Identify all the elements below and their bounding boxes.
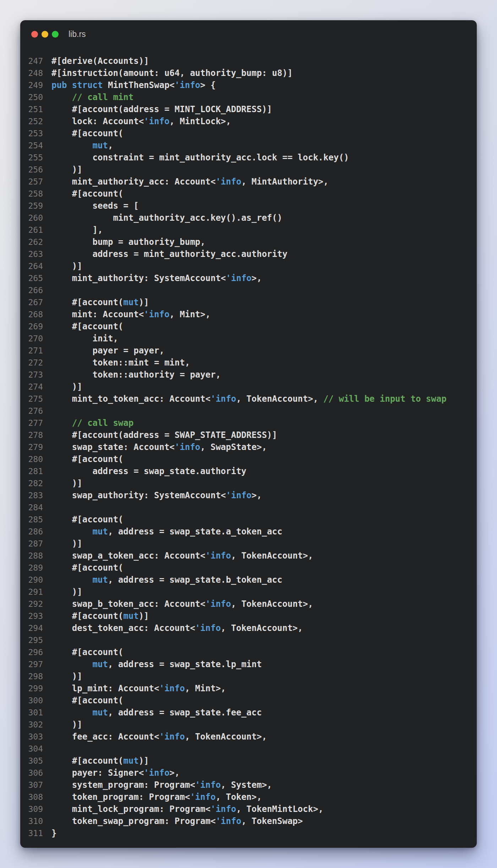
code-text: #[account( bbox=[51, 127, 123, 139]
line-number: 281 bbox=[27, 465, 43, 477]
code-line: 267 #[account(mut)] bbox=[27, 296, 470, 308]
code-token: , MintAuthority>, bbox=[241, 177, 329, 187]
code-text: dest_token_acc: Account<'info, TokenAcco… bbox=[51, 622, 303, 634]
code-text: swap_authority: SystemAccount<'info>, bbox=[51, 489, 262, 501]
code-text: #[account( bbox=[51, 188, 123, 200]
code-token: )] bbox=[51, 261, 82, 271]
line-number: 261 bbox=[27, 224, 43, 236]
code-text: // call mint bbox=[51, 91, 133, 103]
line-number: 294 bbox=[27, 622, 43, 634]
code-text: #[account( bbox=[51, 453, 123, 465]
code-token: #[account(address = SWAP_STATE_ADDRESS)] bbox=[51, 430, 277, 440]
code-text: #[account( bbox=[51, 694, 123, 707]
code-token bbox=[51, 418, 72, 428]
code-text: lp_mint: Account<'info, Mint>, bbox=[51, 682, 226, 694]
code-line: 285 #[account( bbox=[27, 513, 470, 526]
code-token: , address = swap_state.lp_mint bbox=[108, 659, 262, 669]
code-editor[interactable]: 247#[derive(Accounts)]248#[instruction(a… bbox=[20, 48, 477, 848]
line-number: 279 bbox=[27, 441, 43, 453]
line-number: 273 bbox=[27, 369, 43, 381]
keyword-token: 'info bbox=[144, 116, 169, 126]
line-number: 250 bbox=[27, 91, 43, 103]
code-line: 254 mut, bbox=[27, 139, 470, 152]
line-number: 264 bbox=[27, 260, 43, 272]
code-line: 297 mut, address = swap_state.lp_mint bbox=[27, 658, 470, 670]
line-number: 297 bbox=[27, 658, 43, 670]
code-token: init, bbox=[51, 334, 118, 344]
code-line: 299 lp_mint: Account<'info, Mint>, bbox=[27, 682, 470, 694]
code-token: token_swap_program: Program< bbox=[51, 816, 215, 826]
code-token: )] bbox=[51, 478, 82, 488]
code-token: >, bbox=[252, 273, 262, 283]
code-token: #[account( bbox=[51, 515, 123, 524]
code-token: #[account( bbox=[51, 454, 123, 464]
zoom-icon[interactable] bbox=[52, 31, 59, 38]
code-text: token::mint = mint, bbox=[51, 357, 190, 369]
keyword-token: 'info bbox=[211, 394, 236, 404]
line-number: 282 bbox=[27, 477, 43, 489]
code-line: 300 #[account( bbox=[27, 694, 470, 707]
line-number: 267 bbox=[27, 296, 43, 308]
line-number: 251 bbox=[27, 103, 43, 115]
line-number: 290 bbox=[27, 574, 43, 586]
line-number: 280 bbox=[27, 453, 43, 465]
comment-token: // call swap bbox=[72, 418, 133, 428]
code-token: token::authority = payer, bbox=[51, 370, 221, 380]
code-token: mint_to_token_acc: Account< bbox=[51, 394, 211, 404]
code-text: token::authority = payer, bbox=[51, 369, 221, 381]
code-token bbox=[51, 92, 72, 102]
code-token: system_program: Program< bbox=[51, 780, 195, 790]
code-token: , TokenAccount>, bbox=[231, 551, 313, 561]
code-line: 266 bbox=[27, 284, 470, 296]
code-text: mint: Account<'info, Mint>, bbox=[51, 308, 211, 320]
keyword-token: 'info bbox=[190, 792, 215, 802]
line-number: 271 bbox=[27, 345, 43, 357]
line-number: 284 bbox=[27, 501, 43, 513]
code-line: 276 bbox=[27, 405, 470, 417]
code-text: seeds = [ bbox=[51, 200, 139, 212]
code-line: 270 init, bbox=[27, 333, 470, 345]
line-number: 306 bbox=[27, 767, 43, 779]
code-line: 261 ], bbox=[27, 224, 470, 236]
code-line: 256 )] bbox=[27, 164, 470, 176]
editor-window: lib.rs 247#[derive(Accounts)]248#[instru… bbox=[20, 20, 477, 848]
code-text: mint_to_token_acc: Account<'info, TokenA… bbox=[51, 393, 447, 405]
line-number: 272 bbox=[27, 357, 43, 369]
code-token: , TokenSwap> bbox=[241, 816, 303, 826]
window-titlebar[interactable]: lib.rs bbox=[20, 20, 477, 48]
code-token: , Token>, bbox=[215, 792, 262, 802]
keyword-token: 'info bbox=[175, 80, 200, 90]
code-text: #[account(mut)] bbox=[51, 610, 149, 622]
code-token: } bbox=[51, 828, 56, 838]
close-icon[interactable] bbox=[31, 31, 38, 38]
code-token: , TokenAccount>, bbox=[236, 394, 323, 404]
code-text: pub struct MintThenSwap<'info> { bbox=[51, 79, 215, 91]
desktop-background: lib.rs 247#[derive(Accounts)]248#[instru… bbox=[0, 0, 497, 868]
keyword-token: 'info bbox=[159, 683, 185, 693]
keyword-token: 'info bbox=[144, 309, 169, 319]
line-number: 259 bbox=[27, 200, 43, 212]
keyword-token: 'info bbox=[205, 551, 231, 561]
code-line: 248#[instruction(amount: u64, authority_… bbox=[27, 67, 470, 79]
line-number: 258 bbox=[27, 188, 43, 200]
code-token: , Mint>, bbox=[169, 309, 211, 319]
code-token: #[account( bbox=[51, 297, 123, 307]
code-token: mint_authority_acc.key().as_ref() bbox=[51, 213, 282, 223]
code-text: )] bbox=[51, 538, 82, 550]
line-number: 249 bbox=[27, 79, 43, 91]
line-number: 253 bbox=[27, 127, 43, 139]
keyword-token: mut bbox=[123, 611, 138, 621]
code-token: )] bbox=[139, 611, 149, 621]
code-token: >, bbox=[169, 768, 180, 778]
comment-token: // call mint bbox=[72, 92, 133, 102]
code-token: payer = payer, bbox=[51, 346, 164, 356]
code-token: mint_authority: SystemAccount< bbox=[51, 273, 226, 283]
line-number: 275 bbox=[27, 393, 43, 405]
keyword-token: pub struct bbox=[51, 80, 103, 90]
code-text: #[derive(Accounts)] bbox=[51, 55, 149, 67]
line-number: 303 bbox=[27, 731, 43, 743]
code-line: 275 mint_to_token_acc: Account<'info, To… bbox=[27, 393, 470, 405]
code-line: 253 #[account( bbox=[27, 127, 470, 139]
code-text: swap_b_token_acc: Account<'info, TokenAc… bbox=[51, 598, 313, 610]
minimize-icon[interactable] bbox=[42, 31, 48, 38]
